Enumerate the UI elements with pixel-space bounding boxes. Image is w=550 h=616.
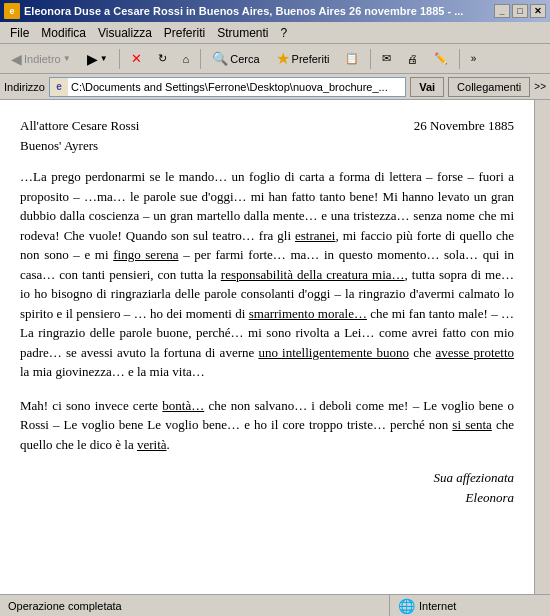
letter-city: Buenos' Ayrers [20,136,139,156]
forward-button[interactable]: ▶ ▼ [80,47,115,71]
toolbar-expand-button[interactable]: » [466,47,480,71]
address-label: Indirizzo [4,81,45,93]
forward-arrow-icon: ▶ [87,51,98,67]
scrollbar[interactable] [534,100,550,594]
links-button[interactable]: Collegamenti [448,77,530,97]
menu-file[interactable]: File [4,24,35,42]
menu-visualizza[interactable]: Visualizza [92,24,158,42]
underline-uno-intell: uno intelligentemente buono [258,345,409,360]
letter-paragraph-1: …La prego perdonarmi se le mando… un fog… [20,167,514,382]
search-icon: 🔍 [212,51,228,66]
menu-modifica[interactable]: Modifica [35,24,92,42]
back-button[interactable]: ◀ Indietro ▼ [4,47,78,71]
window-controls: _ □ ✕ [494,4,546,18]
letter-recipient: All'attore Cesare Rossi [20,116,139,136]
stop-button[interactable]: ✕ [124,47,149,71]
address-input-wrap[interactable]: e C:\Documents and Settings\Ferrone\Desk… [49,77,406,97]
minimize-button[interactable]: _ [494,4,510,18]
star-icon: ★ [276,49,290,68]
window-title: Eleonora Duse a Cesare Rossi in Buenos A… [24,5,463,17]
closing-salutation: Sua affezionata [20,468,514,488]
letter-closing: Sua affezionata Eleonora [20,468,514,507]
letter-date-line: All'attore Cesare Rossi Buenos' Ayrers 2… [20,116,514,155]
toolbar-sep-1 [119,49,120,69]
history-button[interactable]: 📋 [338,47,366,71]
underline-si-senta: si senta [452,417,491,432]
status-text: Operazione completata [0,595,390,616]
zone-icon: 🌐 [398,598,415,614]
expand-icon: » [471,53,477,64]
status-zone: 🌐 Internet [390,595,550,616]
app-icon: e [4,3,20,19]
back-arrow-icon: ◀ [11,51,22,67]
paragraph-1-text: …La prego perdonarmi se le mando… un fog… [20,169,514,379]
forward-dropdown-icon: ▼ [100,54,108,63]
favorites-label: Preferiti [292,53,330,65]
refresh-button[interactable]: ↻ [151,47,174,71]
print-button[interactable]: 🖨 [400,47,425,71]
toolbar-sep-3 [370,49,371,69]
toolbar-sep-2 [200,49,201,69]
content-area: All'attore Cesare Rossi Buenos' Ayrers 2… [0,100,550,594]
letter-paragraph-2: Mah! ci sono invece certe bontà… che non… [20,396,514,455]
edit-icon: ✏️ [434,52,448,65]
letter-recipient-block: All'attore Cesare Rossi Buenos' Ayrers [20,116,139,155]
stop-icon: ✕ [131,51,142,66]
underline-responsabilita: responsabilità della creatura mia… [221,267,405,282]
refresh-icon: ↻ [158,52,167,65]
home-button[interactable]: ⌂ [176,47,197,71]
favorites-button[interactable]: ★ Preferiti [269,47,337,71]
zone-text: Internet [419,600,456,612]
underline-estranei: estranei [295,228,335,243]
back-label: Indietro [24,53,61,65]
letter-date: 26 Novembre 1885 [414,116,514,155]
title-bar: e Eleonora Duse a Cesare Rossi in Buenos… [0,0,550,22]
underline-fingo-serena: fingo serena [113,247,178,262]
menu-preferiti[interactable]: Preferiti [158,24,211,42]
address-ie-icon: e [50,78,68,96]
menu-bar: File Modifica Visualizza Preferiti Strum… [0,22,550,44]
menu-strumenti[interactable]: Strumenti [211,24,274,42]
mail-button[interactable]: ✉ [375,47,398,71]
underline-avesse-protetto: avesse protetto [435,345,514,360]
search-button[interactable]: 🔍 Cerca [205,47,266,71]
title-bar-content: e Eleonora Duse a Cesare Rossi in Buenos… [4,3,463,19]
home-icon: ⌂ [183,53,190,65]
print-icon: 🖨 [407,53,418,65]
close-button[interactable]: ✕ [530,4,546,18]
toolbar: ◀ Indietro ▼ ▶ ▼ ✕ ↻ ⌂ 🔍 Cerca ★ Preferi… [0,44,550,74]
underline-verita: verità [137,437,167,452]
maximize-button[interactable]: □ [512,4,528,18]
edit-button[interactable]: ✏️ [427,47,455,71]
status-bar: Operazione completata 🌐 Internet [0,594,550,616]
go-button[interactable]: Vai [410,77,444,97]
underline-bonta: bontà… [162,398,204,413]
menu-help[interactable]: ? [275,24,294,42]
letter-header: All'attore Cesare Rossi Buenos' Ayrers 2… [20,116,514,155]
mail-icon: ✉ [382,52,391,65]
address-text: C:\Documents and Settings\Ferrone\Deskto… [68,81,405,93]
closing-name: Eleonora [20,488,514,508]
paragraph-2-text: Mah! ci sono invece certe bontà… che non… [20,398,514,452]
scroll-container[interactable]: All'attore Cesare Rossi Buenos' Ayrers 2… [0,100,534,594]
address-expand-icon[interactable]: >> [534,81,546,92]
toolbar-sep-4 [459,49,460,69]
history-icon: 📋 [345,52,359,65]
letter-body: All'attore Cesare Rossi Buenos' Ayrers 2… [20,116,514,507]
search-label: Cerca [230,53,259,65]
address-bar: Indirizzo e C:\Documents and Settings\Fe… [0,74,550,100]
underline-smarrimento: smarrimento morale… [249,306,367,321]
back-dropdown-icon: ▼ [63,54,71,63]
